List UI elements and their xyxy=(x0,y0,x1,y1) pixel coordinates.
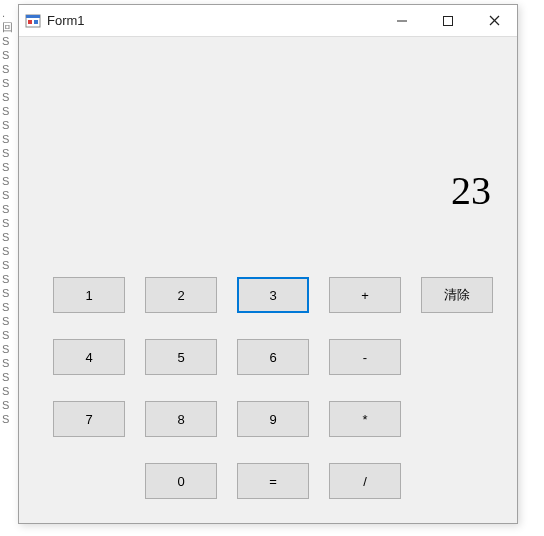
digit-4-button[interactable]: 4 xyxy=(53,339,125,375)
digit-5-button[interactable]: 5 xyxy=(145,339,217,375)
maximize-button[interactable] xyxy=(425,5,471,36)
calculator-display: 23 xyxy=(451,167,491,214)
subtract-button[interactable]: - xyxy=(329,339,401,375)
digit-9-button[interactable]: 9 xyxy=(237,401,309,437)
svg-rect-5 xyxy=(444,16,453,25)
close-button[interactable] xyxy=(471,5,517,36)
add-button[interactable]: + xyxy=(329,277,401,313)
digit-6-button[interactable]: 6 xyxy=(237,339,309,375)
digit-0-button[interactable]: 0 xyxy=(145,463,217,499)
svg-rect-1 xyxy=(26,15,40,18)
digit-3-button[interactable]: 3 xyxy=(237,277,309,313)
digit-1-button[interactable]: 1 xyxy=(53,277,125,313)
titlebar[interactable]: Form1 xyxy=(19,5,517,37)
window-controls xyxy=(379,5,517,36)
window-title: Form1 xyxy=(47,13,379,28)
multiply-button[interactable]: * xyxy=(329,401,401,437)
clear-button[interactable]: 清除 xyxy=(421,277,493,313)
digit-2-button[interactable]: 2 xyxy=(145,277,217,313)
digit-8-button[interactable]: 8 xyxy=(145,401,217,437)
editor-gutter: .回SSSSSSSSSSSSSSSSSSSSSSSSSSSS xyxy=(0,0,14,536)
client-area: 23 1 2 3 + 清除 4 5 6 - 7 8 9 * 0 = / xyxy=(19,37,517,523)
equals-button[interactable]: = xyxy=(237,463,309,499)
minimize-button[interactable] xyxy=(379,5,425,36)
app-window: Form1 23 1 2 3 + 清除 4 5 6 - 7 8 xyxy=(18,4,518,524)
svg-rect-3 xyxy=(34,20,38,24)
app-icon xyxy=(25,13,41,29)
svg-rect-2 xyxy=(28,20,32,24)
divide-button[interactable]: / xyxy=(329,463,401,499)
digit-7-button[interactable]: 7 xyxy=(53,401,125,437)
